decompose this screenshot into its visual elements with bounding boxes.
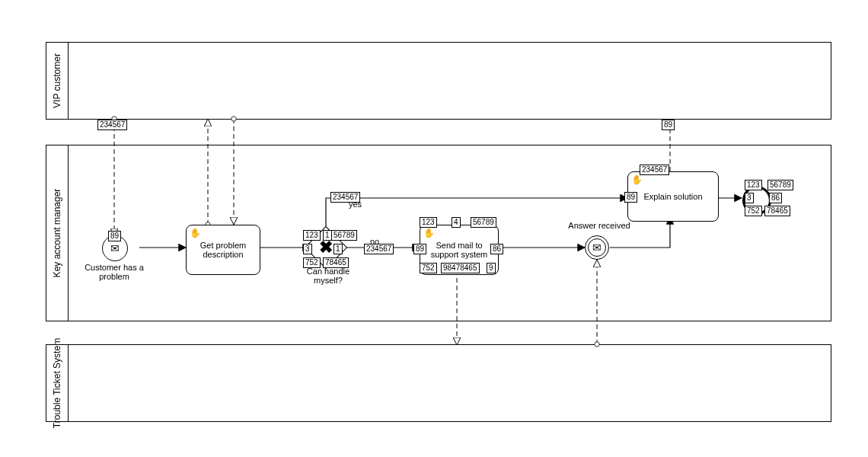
boxlabel: 56789	[471, 217, 496, 228]
boxlabel: 3	[745, 193, 754, 203]
pool-tts[interactable]: Trouble Ticket System	[46, 344, 831, 422]
boxlabel: 123	[303, 230, 321, 241]
start-event-label: Customer has a problem	[84, 263, 145, 281]
task-get-problem[interactable]: ✋ Get problem description	[186, 225, 260, 275]
boxlabel: 752	[745, 206, 762, 216]
boxlabel: 234567	[364, 244, 394, 254]
task-explain-label: Explain solution	[643, 192, 702, 201]
boxlabel: 89	[413, 244, 426, 254]
pool-label-vip: VIP customer	[46, 43, 69, 119]
boxlabel: 3	[303, 244, 312, 254]
boxlabel: 56789	[767, 180, 793, 190]
boxlabel: 89	[662, 120, 675, 130]
pool-title-tts: Trouble Ticket System	[52, 338, 62, 428]
boxlabel: 752	[420, 263, 437, 273]
manual-task-icon: ✋	[631, 175, 643, 185]
boxlabel: 86	[490, 244, 503, 254]
boxlabel: 89	[624, 192, 637, 203]
envelope-icon: ✉	[110, 242, 120, 254]
boxlabel: 123	[745, 180, 762, 190]
pool-label-kam: Key account manager	[46, 145, 69, 321]
boxlabel: 1	[323, 230, 332, 241]
boxlabel: 4	[452, 217, 461, 228]
pool-title-kam: Key account manager	[52, 189, 62, 278]
boxlabel: 752	[303, 257, 321, 268]
boxlabel: 9	[487, 263, 496, 273]
pool-label-tts: Trouble Ticket System	[46, 345, 69, 421]
boxlabel: 234567	[97, 120, 127, 130]
boxlabel: 56789	[331, 230, 357, 241]
bpmn-canvas: VIP customer Key account manager Trouble…	[0, 0, 868, 457]
boxlabel: 1	[333, 244, 343, 254]
manual-task-icon: ✋	[190, 228, 201, 238]
task-send-mail-label: Send mail to support system	[422, 241, 496, 259]
pool-vip[interactable]: VIP customer	[46, 42, 831, 120]
intermediate-event-label: Answer received	[562, 221, 637, 230]
envelope-icon: ✉	[592, 241, 602, 254]
task-explain[interactable]: ✋ Explain solution	[627, 171, 719, 222]
boxlabel: 89	[108, 231, 121, 241]
pool-title-vip: VIP customer	[52, 53, 62, 108]
manual-task-icon: ✋	[423, 228, 435, 238]
gateway-label: Can handle myself?	[302, 267, 355, 285]
boxlabel: 234567	[330, 192, 360, 203]
boxlabel: 123	[420, 217, 437, 228]
boxlabel: 86	[769, 193, 782, 203]
intermediate-event[interactable]: ✉	[585, 235, 609, 260]
boxlabel: 98478465	[441, 263, 480, 273]
boxlabel: 78465	[323, 257, 349, 268]
boxlabel: 234567	[640, 165, 669, 175]
boxlabel: 78465	[764, 206, 790, 216]
task-get-problem-label: Get problem description	[188, 241, 258, 259]
